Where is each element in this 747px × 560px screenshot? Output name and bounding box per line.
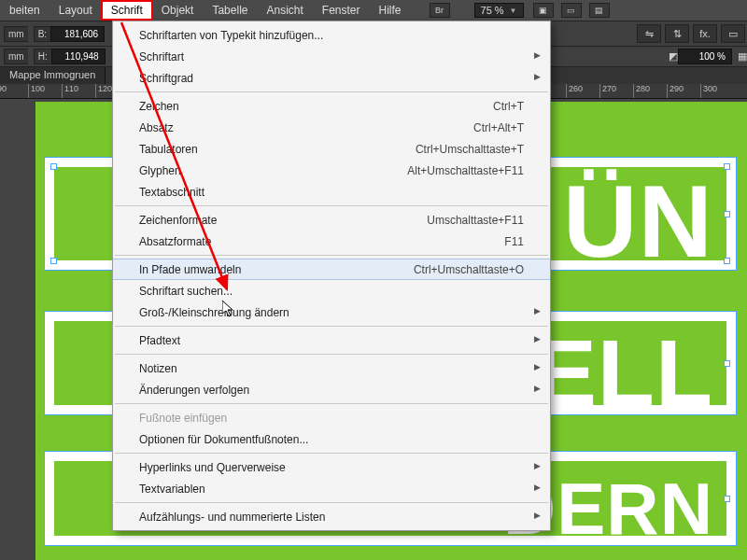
bridge-icon[interactable]: Br [430,3,450,18]
menu-item-layout[interactable]: Layout [49,1,102,20]
menu-item-label: Aufzählungs- und nummerierte Listen [139,511,524,524]
menu-item-label: Groß-/Kleinschreibung ändern [139,306,524,319]
menu-item-label: Schriftarten von Typekit hinzufügen... [139,29,524,42]
menu-separator [115,255,548,256]
ruler-tick: 90 [0,84,7,99]
ruler-tick: 290 [667,84,684,99]
menu-item-hilfe[interactable]: Hilfe [370,1,411,20]
flip-v-icon[interactable]: ⇅ [665,24,689,43]
menu-item-shortcut: Ctrl+T [493,100,524,113]
menu-item-shortcut: Alt+Umschalttaste+F11 [407,164,524,177]
menu-item-label: Hyperlinks und Querverweise [139,461,524,474]
menu-item-fu-note-einf-gen: Fußnote einfügen [113,407,550,428]
menu-item-label: In Pfade umwandeln [139,263,395,276]
opacity-field[interactable]: 100 % [678,49,732,64]
ruler-tick: 110 [62,84,78,99]
menu-item-label: Pfadtext [139,334,524,347]
zoom-level[interactable]: 75 %▼ [474,3,524,18]
menu-item-aufz-hlungs-und-nummerierte-listen[interactable]: Aufzählungs- und nummerierte Listen [113,506,550,527]
document-tab[interactable]: Mappe Immogruen [0,67,106,84]
handle-e[interactable] [724,211,730,217]
height-field[interactable]: H:110,948 [34,49,106,64]
menu-item-absatz[interactable]: AbsatzCtrl+Alt+T [113,117,550,138]
menu-item-shortcut: Ctrl+Umschalttaste+T [416,143,524,156]
text-2: ELL [534,319,713,427]
menu-item-tabelle[interactable]: Tabelle [203,1,257,20]
menu-item-glyphen[interactable]: GlyphenAlt+Umschalttaste+F11 [113,160,550,181]
menu-item-shortcut: Ctrl+Alt+T [473,121,524,134]
schrift-menu-dropdown: Schriftarten von Typekit hinzufügen...Sc… [112,21,551,531]
menu-separator [115,403,548,404]
menu-separator [115,91,548,92]
menu-item-textabschnitt[interactable]: Textabschnitt [113,181,550,203]
menu-item-gro-kleinschreibung-ndern[interactable]: Groß-/Kleinschreibung ändern [113,301,550,323]
menu-item-absatzformate[interactable]: AbsatzformateF11 [113,231,550,252]
menu-item-pfadtext[interactable]: Pfadtext [113,329,550,351]
view-mode-icon[interactable]: ▣ [533,3,554,18]
screen-mode-icon[interactable]: ▭ [561,3,582,18]
arrange-icon[interactable]: ▤ [589,3,610,18]
menu-item-label: Fußnote einfügen [139,412,524,425]
ruler-tick: 300 [700,84,717,99]
zoom-value: 75 % [481,5,504,16]
menu-separator [115,354,548,355]
menu-item-label: Absatzformate [139,235,486,248]
menu-item-label: Textvariablen [139,483,524,496]
menu-item-fenster[interactable]: Fenster [313,1,370,20]
width-field[interactable]: B:181,606 [34,26,105,42]
menu-item-schriftart[interactable]: Schriftart [113,46,550,67]
menu-item-label: Tabulatoren [139,143,397,156]
menu-item-schriftgrad[interactable]: Schriftgrad [113,67,550,89]
menu-item-hyperlinks-und-querverweise[interactable]: Hyperlinks und Querverweise [113,456,550,478]
menu-item-optionen-f-r-dokumentfu-noten[interactable]: Optionen für Dokumentfußnoten... [113,428,550,450]
ruler-tick: 100 [28,84,45,99]
stroke-icon[interactable]: ▭ [721,24,745,43]
menu-item-textvariablen[interactable]: Textvariablen [113,478,550,499]
menu-separator [115,326,548,327]
unit-label: mm [4,26,28,42]
chevron-down-icon: ▼ [510,7,517,15]
menu-item-objekt[interactable]: Objekt [152,1,204,20]
menu-item-label: Schriftgrad [139,72,524,85]
unit-label-2: mm [4,49,28,64]
menu-item-shortcut: Umschalttaste+F11 [427,214,524,227]
handle-ne[interactable] [724,163,730,170]
ruler-tick: 270 [599,84,616,99]
menu-item-nderungen-verfolgen[interactable]: Änderungen verfolgen [113,379,550,400]
handle-nw[interactable] [50,163,57,170]
text-1: ÜN [563,161,713,280]
flip-h-icon[interactable]: ⇋ [637,24,661,43]
menu-item-label: Änderungen verfolgen [139,384,524,397]
menu-item-schriftart-suchen[interactable]: Schriftart suchen... [113,280,550,301]
menu-item-in-pfade-umwandeln[interactable]: In Pfade umwandelnCtrl+Umschalttaste+O [113,259,550,280]
ruler-tick: 120 [95,84,112,99]
menu-item-label: Schriftart [139,50,524,63]
menu-item-shortcut: Ctrl+Umschalttaste+O [414,263,524,276]
menu-item-zeichenformate[interactable]: ZeichenformateUmschalttaste+F11 [113,209,550,231]
handle-e[interactable] [724,360,730,367]
menu-item-label: Absatz [139,121,455,134]
menu-item-zeichen[interactable]: ZeichenCtrl+T [113,95,550,117]
menu-item-label: Textabschnitt [139,186,524,199]
menu-item-label: Glyphen [139,164,388,177]
menu-bar: beiten Layout Schrift Objekt Tabelle Ans… [0,0,747,21]
menu-item-label: Schriftart suchen... [139,285,524,298]
menu-item-shortcut: F11 [504,235,524,248]
effects-button[interactable]: fx. [693,24,717,43]
menu-item-bearbeiten[interactable]: beiten [0,1,49,20]
menu-item-ansicht[interactable]: Ansicht [257,1,312,20]
menu-item-schriftarten-von-typekit-hinzuf-gen[interactable]: Schriftarten von Typekit hinzufügen... [113,24,550,46]
handle-e[interactable] [724,496,730,502]
handle-se[interactable] [724,258,730,264]
ruler-tick: 260 [566,84,583,99]
menu-item-label: Optionen für Dokumentfußnoten... [139,433,524,446]
menu-separator [115,205,548,206]
menu-item-tabulatoren[interactable]: TabulatorenCtrl+Umschalttaste+T [113,138,550,160]
menu-separator [115,502,548,503]
fill-icon[interactable]: ◩ [669,50,678,63]
handle-sw[interactable] [50,258,57,264]
menu-item-schrift[interactable]: Schrift [102,1,152,20]
misc-icon[interactable]: ▦ [738,50,747,63]
menu-item-label: Zeichenformate [139,214,408,227]
menu-item-notizen[interactable]: Notizen [113,357,550,379]
